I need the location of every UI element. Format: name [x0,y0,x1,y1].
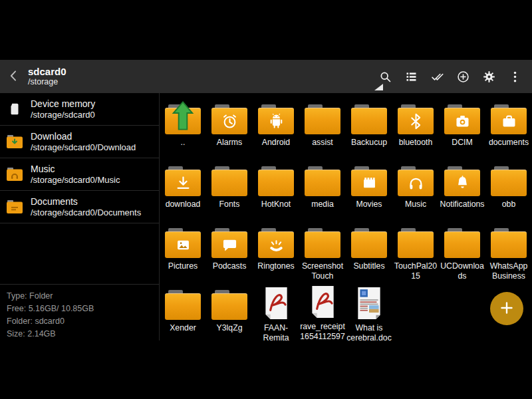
grid-item-xender[interactable]: Xender [160,285,206,340]
grid-item-podcasts[interactable]: Podcasts [206,223,253,285]
folder-icon [165,223,201,258]
sidebar-item-path: /storage/sdcard0/Music [31,175,120,186]
current-folder-title: sdcard0 [28,66,66,78]
grid-item-screenshottouch[interactable]: ScreenshotTouch [299,223,346,285]
folder-icon [258,223,294,258]
grid-item-bluetooth[interactable]: bluetooth [392,100,439,162]
property-free-space: Free: 5.16GB/ 10.85GB [7,303,159,315]
file-label: Y3lqZg [207,323,253,333]
file-label: Xender [160,323,206,333]
file-label: HotKnot [253,200,299,209]
grid-item-movies[interactable]: Movies [346,162,392,223]
view-list-icon[interactable] [403,68,419,84]
file-label: Android [253,138,299,148]
sidebar-item-path: /storage/sdcard0/Documents [31,207,141,218]
folder-icon [398,100,434,134]
overflow-menu-icon[interactable] [507,68,523,84]
folder-icon [305,100,340,134]
folder-icon [305,223,340,258]
file-label: media [300,200,346,209]
file-label: bluetooth [393,138,439,148]
grid-item-music[interactable]: Music [392,162,439,223]
file-label: download [160,200,206,209]
grid-item-touchpal2015[interactable]: TouchPal2015 [392,223,439,285]
grid-item-hotknot[interactable]: HotKnot [253,162,299,223]
device-memory-icon [5,101,24,117]
search-icon[interactable] [377,68,393,84]
grid-item-android[interactable]: Android [253,100,299,162]
folder-icon [258,100,294,134]
file-label: What is cerebral.doc [346,323,392,340]
grid-item-what-is-cerebral-doc[interactable]: What is cerebral.doc [346,285,392,340]
grid-item-rave-receipt16541125971[interactable]: rave_receipt16541125971 [299,285,346,340]
file-label: assist [300,138,346,148]
folder-icon [165,100,201,134]
folder-icon [398,223,434,258]
grid-item-backucup[interactable]: Backucup [346,100,392,162]
sidebar-item-music[interactable]: Music /storage/sdcard0/Music [0,158,159,191]
folder-icon [491,162,527,196]
path-expander-triangle[interactable] [374,84,383,90]
settings-icon[interactable] [481,68,497,84]
grid-item-whatsapp-business[interactable]: WhatsApp Business [485,223,532,285]
path-bar[interactable]: sdcard0 /storage [28,66,66,87]
file-label: Pictures [160,261,206,271]
grid-item-media[interactable]: media [299,162,346,223]
folder-icon [491,100,527,134]
file-label: Music [393,200,439,209]
add-fab-button[interactable] [490,292,523,325]
file-label: documents [486,138,532,148]
folder-icon [444,162,480,196]
folder-icon [351,100,387,134]
sidebar-item-download[interactable]: Download /storage/sdcard0/Download [0,126,159,158]
folder-icon [351,223,387,258]
grid-item-ringtones[interactable]: Ringtones [253,223,299,285]
add-new-icon[interactable] [455,68,471,84]
grid-item-pictures[interactable]: Pictures [160,223,206,285]
music-folder-icon [5,167,24,182]
property-folder-name: Folder: sdcard0 [7,315,159,328]
folder-icon [398,162,434,196]
back-button[interactable] [0,60,28,93]
file-label: Alarms [207,138,253,148]
sidebar-item-label: Download [31,131,136,142]
grid-item-faan-remita[interactable]: FAAN-Remita [253,285,299,340]
doc-file-icon [355,285,383,320]
grid-item-download[interactable]: download [160,162,206,223]
sidebar-item-label: Documents [31,196,141,207]
file-manager-window: sdcard0 /storage Device memory /storage/… [0,60,532,340]
folder-icon [258,162,294,196]
grid-item-subtitles[interactable]: Subtitles [346,223,392,285]
sidebar-item-path: /storage/sdcard0/Download [31,142,136,153]
select-all-icon[interactable] [429,68,445,84]
grid-item-alarms[interactable]: Alarms [206,100,253,162]
action-bar: sdcard0 /storage [0,60,532,93]
file-label: DCIM [440,138,485,148]
file-label: Ringtones [253,261,299,271]
pdf-file-icon [262,285,290,320]
grid-item-parent-dir[interactable]: .. [160,100,206,162]
grid-item-y3lqzg[interactable]: Y3lqZg [206,285,253,340]
file-label: UCDownloads [440,261,485,281]
grid-item-dcim[interactable]: DCIM [439,100,485,162]
sidebar-item-label: Music [31,164,120,175]
sidebar-item-device-memory[interactable]: Device memory /storage/sdcard0 [0,93,159,126]
grid-item-documents[interactable]: documents [485,100,532,162]
grid-item-assist[interactable]: assist [299,100,346,162]
grid-item-fonts[interactable]: Fonts [206,162,253,223]
current-path: /storage [28,77,66,87]
folder-icon [211,100,247,134]
file-label: FAAN-Remita [253,323,299,340]
sidebar-item-documents[interactable]: Documents /storage/sdcard0/Documents [0,191,159,223]
file-label: Fonts [207,200,253,209]
grid-item-obb[interactable]: obb [485,162,532,223]
download-folder-icon [5,134,24,149]
folder-icon [491,223,527,258]
folder-icon [351,162,387,196]
grid-item-ucdownloads[interactable]: UCDownloads [439,223,485,285]
folder-icon [211,285,247,320]
property-type: Type: Folder [7,290,159,303]
folder-icon [305,162,340,196]
grid-item-notifications[interactable]: Notifications [439,162,485,223]
file-label: Movies [346,200,392,209]
